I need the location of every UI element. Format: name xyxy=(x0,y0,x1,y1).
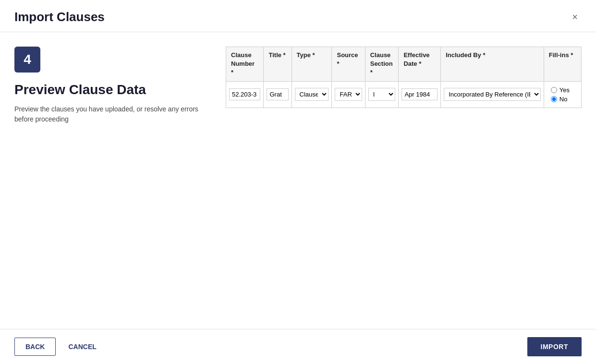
modal-body: 4 Preview Clause Data Preview the clause… xyxy=(0,32,596,329)
fillins-yes-label[interactable]: Yes xyxy=(551,86,574,94)
col-header-effective-date: Effective Date * xyxy=(399,47,441,82)
close-button[interactable]: × xyxy=(568,10,582,24)
select-type[interactable]: ClauseProvision xyxy=(295,88,329,101)
modal-title: Import Clauses xyxy=(14,10,105,24)
input-title[interactable] xyxy=(267,88,288,100)
footer-left-actions: BACK CANCEL xyxy=(14,338,103,356)
table-header-row: Clause Number * Title * Type * Source * … xyxy=(226,47,582,82)
cell-title xyxy=(264,81,292,108)
fillins-radio-group: Yes No xyxy=(547,85,578,105)
modal-header: Import Clauses × xyxy=(0,0,596,32)
input-clause-number[interactable] xyxy=(229,88,260,100)
col-header-included-by: Included By * xyxy=(441,47,544,82)
col-header-clause-section: Clause Section * xyxy=(365,47,399,82)
table-row: ClauseProvisionFARDFARSOtherIIIIIIIncorp… xyxy=(226,81,582,108)
cell-clause-section: IIIIII xyxy=(365,81,399,108)
fillins-no-label[interactable]: No xyxy=(551,96,574,103)
input-effective-date[interactable] xyxy=(401,88,438,100)
fillins-no-radio[interactable] xyxy=(551,96,557,102)
import-button[interactable]: IMPORT xyxy=(527,337,582,356)
col-header-title: Title * xyxy=(264,47,292,82)
cell-clause-number xyxy=(226,81,264,108)
col-header-clause-number: Clause Number * xyxy=(226,47,264,82)
cell-included-by: Incorporated By Reference (IBR)Full Text xyxy=(441,81,544,108)
modal-footer: BACK CANCEL IMPORT xyxy=(0,329,596,364)
cell-fillins: Yes No xyxy=(544,81,581,108)
cell-effective-date xyxy=(399,81,441,108)
fillins-yes-radio[interactable] xyxy=(551,87,557,93)
select-included-by[interactable]: Incorporated By Reference (IBR)Full Text xyxy=(444,88,541,101)
select-source[interactable]: FARDFARSOther xyxy=(335,88,362,101)
clauses-table: Clause Number * Title * Type * Source * … xyxy=(226,47,582,108)
step-badge: 4 xyxy=(14,47,40,73)
right-panel: Clause Number * Title * Type * Source * … xyxy=(226,47,582,315)
back-button[interactable]: BACK xyxy=(14,338,56,356)
import-clauses-modal: Import Clauses × 4 Preview Clause Data P… xyxy=(0,0,596,364)
left-panel: 4 Preview Clause Data Preview the clause… xyxy=(14,47,207,315)
panel-description: Preview the clauses you have uploaded, o… xyxy=(14,104,207,124)
panel-heading: Preview Clause Data xyxy=(14,82,207,97)
col-header-source: Source * xyxy=(332,47,365,82)
select-clause-section[interactable]: IIIIII xyxy=(368,88,396,101)
cell-source: FARDFARSOther xyxy=(332,81,365,108)
cancel-button[interactable]: CANCEL xyxy=(61,338,103,356)
cell-type: ClauseProvision xyxy=(292,81,332,108)
col-header-type: Type * xyxy=(292,47,332,82)
col-header-fillins: Fill-ins * xyxy=(544,47,581,82)
